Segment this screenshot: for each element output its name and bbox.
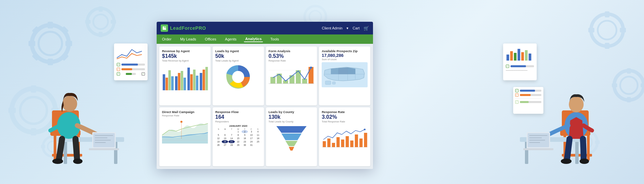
nav-tools[interactable]: Tools [269, 36, 280, 42]
card-subtitle-prospects: Sum of count [322, 58, 368, 61]
svg-rect-27 [111, 20, 116, 24]
response-flow-calendar: JANUARY 2020 SMTWTFS 1234 567891011 1213… [215, 124, 261, 147]
svg-rect-2 [48, 22, 53, 28]
svg-point-29 [620, 77, 638, 94]
card-subtitle-response-flow: Responders [215, 120, 261, 123]
card-leads-by-county[interactable]: Leads by County 130k Total Leads by Coun… [266, 107, 317, 166]
card-value-prospects: 17,080,286 [322, 53, 368, 58]
svg-rect-128 [325, 81, 331, 85]
svg-rect-78 [575, 141, 579, 164]
card-available-prospects[interactable]: Available Prospects Zip 17,080,286 Sum o… [319, 47, 370, 105]
svg-rect-6 [32, 26, 40, 34]
svg-rect-33 [641, 83, 644, 87]
svg-rect-129 [332, 82, 335, 84]
form-analysis-chart [269, 64, 315, 89]
svg-point-83 [569, 96, 584, 112]
svg-rect-30 [627, 68, 631, 74]
svg-rect-105 [196, 76, 198, 90]
direct-mail-chart [162, 118, 208, 144]
svg-rect-139 [346, 136, 349, 147]
revenue-chart [162, 64, 208, 90]
card-response-rate[interactable]: Response Rate 3.02% Total Response Rate [319, 107, 370, 166]
svg-rect-7 [61, 26, 69, 34]
svg-rect-93 [165, 26, 166, 28]
card-value-response-flow: 164 [215, 114, 261, 120]
calendar-days-header: SMTWTFS [215, 128, 261, 130]
card-direct-mail[interactable]: Direct Mail Campaign Response Rate [159, 107, 211, 166]
svg-rect-26 [85, 20, 91, 24]
top-bar-right: Client Admin ▾ Cart 🛒 [322, 26, 369, 31]
svg-rect-49 [510, 51, 513, 61]
client-admin-label[interactable]: Client Admin [322, 26, 342, 30]
leads-pie-chart [215, 64, 261, 90]
svg-rect-69 [89, 148, 119, 150]
svg-rect-140 [350, 141, 353, 147]
svg-point-133 [364, 128, 366, 130]
svg-rect-20 [8, 108, 16, 113]
svg-rect-12 [605, 11, 609, 17]
svg-rect-99 [178, 73, 180, 90]
figure-left [34, 40, 127, 167]
nav-analytics[interactable]: Analytics [244, 36, 263, 42]
svg-point-41 [309, 11, 321, 23]
card-title-revenue: Revenue by Agent [162, 49, 208, 53]
response-rate-chart [322, 124, 368, 148]
cart-icon[interactable]: 🛒 [364, 26, 369, 31]
card-response-flow[interactable]: Response Flow 164 Responders JANUARY 202… [213, 107, 264, 166]
svg-rect-137 [336, 137, 339, 147]
svg-rect-25 [99, 32, 103, 37]
svg-rect-135 [327, 139, 330, 147]
svg-rect-96 [168, 70, 171, 90]
card-title-prospects: Available Prospects Zip [322, 49, 368, 53]
card-title-leads: Leads by Agent [215, 49, 261, 53]
logo-area: LeadForcePRO [161, 24, 206, 32]
svg-rect-104 [193, 70, 196, 90]
card-value-leads: 50k [215, 53, 261, 59]
card-value-revenue: $145k [162, 53, 208, 59]
calendar-header: JANUARY 2020 [215, 124, 261, 127]
svg-rect-143 [364, 133, 367, 147]
card-title-form: Form Analysis [269, 49, 315, 53]
svg-rect-14 [588, 28, 594, 32]
nav-agents[interactable]: Agents [224, 36, 238, 42]
svg-rect-24 [99, 6, 103, 12]
svg-rect-101 [183, 78, 186, 90]
us-map [322, 62, 368, 87]
client-admin-dropdown[interactable]: ▾ [346, 26, 348, 30]
nav-my-leads[interactable]: My Leads [179, 36, 198, 42]
svg-rect-121 [308, 67, 313, 84]
card-title-response-flow: Response Flow [215, 110, 261, 114]
nav-order[interactable]: Order [161, 36, 173, 42]
card-leads-by-agent[interactable]: Leads by Agent 50k Total Leads by Agent [213, 47, 264, 105]
svg-rect-32 [612, 83, 617, 87]
logo-main: LeadForce [170, 25, 195, 31]
card-title-direct-mail: Direct Mail Campaign [162, 110, 208, 114]
svg-rect-115 [270, 77, 275, 84]
card-revenue-by-agent[interactable]: Revenue by Agent $145k Total Revenue by … [159, 47, 211, 105]
svg-rect-141 [355, 134, 358, 147]
card-subtitle-response-rate: Total Response Rate [322, 120, 368, 123]
svg-rect-88 [523, 148, 553, 150]
svg-rect-106 [200, 73, 202, 90]
dashboard-grid: Revenue by Agent $145k Total Revenue by … [157, 44, 373, 169]
card-subtitle-revenue: Total Revenue by Agent [162, 59, 208, 62]
figure-right [517, 40, 610, 167]
cart-label[interactable]: Cart [353, 26, 360, 30]
svg-rect-138 [341, 140, 344, 147]
nav-offices[interactable]: Offices [204, 36, 218, 42]
card-subtitle-leads-county: Total Leads by County [269, 120, 315, 123]
svg-rect-136 [332, 143, 335, 147]
card-form-analysis[interactable]: Form Analysis 0.53% Response Rate [266, 47, 317, 105]
card-subtitle-direct-mail: Response Rate [162, 114, 208, 117]
svg-point-131 [180, 121, 182, 123]
svg-rect-97 [171, 76, 173, 90]
calendar-days: 1234 567891011 12131415161718 1920212223… [215, 130, 261, 147]
svg-point-65 [52, 159, 63, 164]
svg-point-85 [580, 159, 589, 164]
svg-point-111 [232, 71, 244, 83]
svg-rect-107 [203, 70, 205, 90]
card-title-leads-county: Leads by County [269, 110, 315, 114]
svg-point-66 [73, 159, 83, 164]
card-subtitle-form: Response Rate [269, 59, 315, 62]
svg-rect-100 [181, 71, 183, 90]
